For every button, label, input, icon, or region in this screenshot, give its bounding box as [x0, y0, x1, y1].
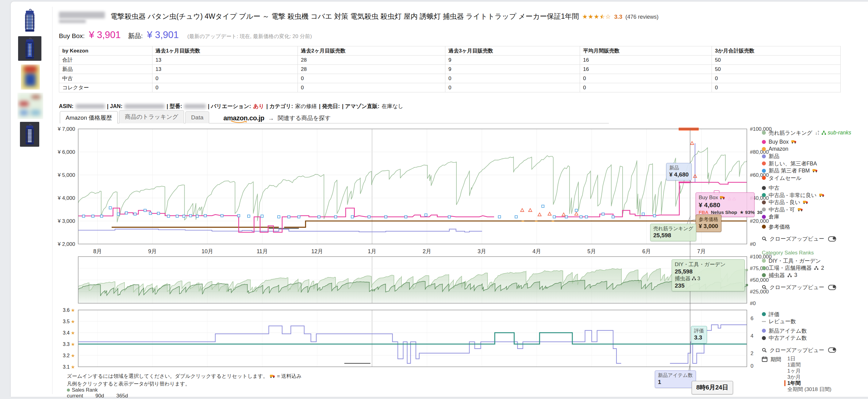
- period-label: 期間: [771, 356, 781, 392]
- legend-item-fbm[interactable]: 新品 第三者 FBM: [762, 167, 868, 175]
- category-sales-rank-chart[interactable]: #100,000#75,000#50,000#25,000#0: [60, 257, 777, 306]
- legend-item-rating[interactable]: 評価: [762, 311, 868, 318]
- legend-item-cat-bugtrap[interactable]: 捕虫器 3: [762, 272, 868, 279]
- svg-text:¥ 5,000: ¥ 5,000: [57, 172, 75, 178]
- related-products-link[interactable]: 関連する商品を探す: [278, 114, 331, 122]
- tab-price-history[interactable]: Amazon 価格履歴: [60, 111, 118, 123]
- svg-text:★: ★: [71, 330, 75, 336]
- blurred-infographic-image: [18, 93, 43, 119]
- stats-columns: current 90d 365d: [67, 393, 128, 399]
- svg-text:0: 0: [750, 363, 753, 369]
- svg-text:5月: 5月: [587, 248, 596, 254]
- legend-item-used-good[interactable]: 中古品 - 良い: [762, 199, 868, 206]
- table-header-row: by Keezon 過去1ヶ月目販売数 過去2ヶ月目販売数 過去3ヶ月目販売数 …: [59, 46, 841, 56]
- svg-text:¥ 6,000: ¥ 6,000: [57, 149, 75, 155]
- toggle-switch[interactable]: [828, 347, 836, 353]
- legend-item-fba[interactable]: 新しい、第三者FBA: [762, 160, 868, 167]
- category-ranks-header: Category Sales Ranks: [762, 250, 868, 256]
- legend-item-buybox[interactable]: Buy Box: [762, 138, 868, 146]
- legend-item-reference-price[interactable]: 参考価格: [762, 223, 868, 230]
- closeup-toggle-main[interactable]: クローズアップビュー: [762, 235, 868, 243]
- bug-zapper-glow-image: [24, 37, 36, 60]
- direct-stock-value: 在庫なし: [381, 103, 403, 110]
- category-value[interactable]: 家の修繕: [295, 103, 316, 110]
- tooltip-reference-price: 参考価格 ¥ 3,000: [695, 215, 721, 232]
- update-note: (最新のアップデート: 現在, 最新価格の変化: 20 分前): [187, 33, 312, 40]
- amazon-link[interactable]: amazon.co.jp → 関連する商品を探す: [223, 114, 331, 123]
- truck-icon: [812, 169, 818, 172]
- legend-item-cat-factory[interactable]: 工場・店舗用機器 2: [762, 264, 868, 272]
- bug-zapper-image-2: [24, 124, 35, 145]
- legend-item-new-count[interactable]: 新品アイテム数: [762, 327, 868, 335]
- tooltip-sales-rank: 売れ筋ランキング 25,598: [650, 224, 696, 241]
- svg-text:¥ 2,000: ¥ 2,000: [57, 241, 75, 247]
- legend-item-amazon[interactable]: Amazon: [762, 145, 868, 153]
- keepa-product-page: 電撃殺虫器 バタン虫(チュウ) 4Wタイプ ブルー ～ 電撃 殺虫機 コバエ 対…: [0, 0, 868, 399]
- period-1week[interactable]: 1週間: [784, 362, 832, 368]
- blurred-brand-name: [59, 12, 105, 19]
- tooltip-crosshair-date: 8時6月24日: [692, 381, 733, 394]
- product-thumbnail-5[interactable]: [20, 122, 39, 147]
- svg-text:11月: 11月: [257, 248, 268, 254]
- product-meta-row: ASIN: | JAN: | 型番: | バリエーション: あり | カテゴリ:…: [59, 103, 403, 110]
- svg-text:2月: 2月: [423, 248, 431, 254]
- svg-text:¥ 7,000: ¥ 7,000: [57, 126, 75, 132]
- svg-text:3.3: 3.3: [63, 342, 70, 347]
- magnifier-icon: [762, 236, 767, 241]
- sub-ranks-link[interactable]: sub-ranks: [822, 130, 851, 136]
- magnifier-icon: [762, 285, 767, 290]
- blurred-model: [184, 104, 206, 109]
- period-all[interactable]: 全期間 (3018 日間): [784, 387, 832, 392]
- table-row: 中古00000: [59, 74, 841, 83]
- svg-text:¥ 4,000: ¥ 4,000: [57, 195, 75, 201]
- variation-value[interactable]: あり: [253, 103, 264, 110]
- legend-item-new[interactable]: 新品: [762, 153, 868, 160]
- svg-text:#0: #0: [750, 241, 756, 247]
- tab-product-tracking[interactable]: 商品のトラッキング: [119, 110, 184, 123]
- legend-item-used-count[interactable]: 中古アイテム数: [762, 335, 868, 342]
- legend-item-cat-diy[interactable]: DIY・工具・ガーデン: [762, 257, 868, 264]
- legend-hint-text: 凡例をクリックすると表示データが切り替わります。: [67, 380, 190, 387]
- review-count[interactable]: (476 reviews): [625, 14, 658, 20]
- svg-text:3.4: 3.4: [63, 330, 70, 336]
- product-thumbnail-1[interactable]: [23, 8, 36, 33]
- product-thumbnail-2[interactable]: [18, 36, 41, 61]
- sitemap-icon: [822, 131, 826, 135]
- product-thumbnail-3[interactable]: [21, 64, 40, 90]
- legend-item-used-acceptable[interactable]: 中古品 - 可: [762, 206, 868, 213]
- legend-item-review-count[interactable]: レビュー数: [762, 318, 868, 325]
- sort-numeric-icon[interactable]: ↓91: [815, 130, 819, 135]
- price-bar: Buy Box: ¥ 3,901 新品: ¥ 3,901 (最新のアップデート:…: [59, 29, 312, 40]
- period-1month[interactable]: 1ヶ月: [784, 368, 832, 374]
- truck-icon: [791, 140, 797, 144]
- closeup-toggle-category[interactable]: クローズアップビュー: [762, 284, 868, 291]
- period-1day[interactable]: 1日: [784, 356, 832, 362]
- product-thumbnail-4[interactable]: [18, 93, 43, 119]
- truck-icon: [798, 208, 803, 211]
- legend-item-deal[interactable]: タイムセール: [762, 174, 868, 182]
- sitemap-icon: [814, 266, 818, 270]
- toggle-switch[interactable]: [828, 236, 836, 241]
- tab-data[interactable]: Data: [185, 111, 209, 123]
- svg-text:3.2: 3.2: [63, 353, 70, 358]
- period-3months[interactable]: 3か月: [784, 374, 832, 380]
- bug-zapper-image: [24, 8, 36, 32]
- svg-text:7月: 7月: [697, 248, 706, 254]
- closeup-toggle-rating[interactable]: クローズアップビュー: [762, 346, 868, 354]
- svg-text:1月: 1月: [368, 248, 376, 254]
- toggle-switch[interactable]: [828, 285, 836, 290]
- legend-item-used[interactable]: 中古: [762, 184, 868, 192]
- legend-item-used-verygood[interactable]: 中古品 - 非常に良い: [762, 192, 868, 199]
- legend-item-warehouse[interactable]: 倉庫: [762, 213, 868, 221]
- truck-icon: [270, 374, 275, 378]
- page-title: 電撃殺虫器 バタン虫(チュウ) 4Wタイプ ブルー ～ 電撃 殺虫機 コバエ 対…: [111, 12, 579, 21]
- legend-item-sales-rank[interactable]: 売れ筋ランキング ↓91 sub-ranks: [762, 129, 868, 137]
- col-by-keezon: by Keezon: [59, 46, 152, 56]
- period-1year[interactable]: 1年間: [784, 380, 832, 386]
- svg-text:¥ 3,000: ¥ 3,000: [57, 218, 75, 224]
- period-selector: 期間 1日 1週間 1ヶ月 3か月 1年間 全期間 (3018 日間): [762, 356, 868, 392]
- magnifier-icon: [762, 348, 767, 353]
- svg-text:6: 6: [750, 315, 753, 321]
- rating-review-chart[interactable]: 3.6★3.5★3.4★3.3★3.2★3.1★6420: [60, 310, 777, 370]
- arrow-icon: →: [268, 115, 274, 122]
